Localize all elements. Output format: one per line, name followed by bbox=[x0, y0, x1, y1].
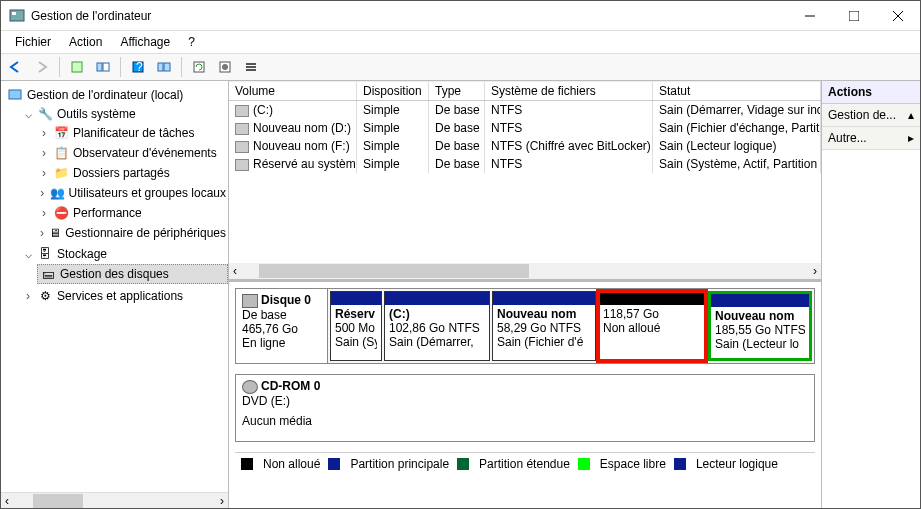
expander-icon[interactable]: ⌵ bbox=[23, 247, 33, 261]
tree-scrollbar[interactable]: ‹› bbox=[1, 492, 228, 508]
tree-item[interactable]: ›🖥Gestionnaire de périphériques bbox=[37, 224, 228, 242]
properties-button[interactable] bbox=[153, 56, 175, 78]
expander-icon[interactable]: › bbox=[39, 146, 49, 160]
menu-view[interactable]: Affichage bbox=[112, 33, 178, 51]
title-bar: Gestion de l'ordinateur bbox=[1, 1, 920, 31]
tree-services[interactable]: › ⚙ Services et applications bbox=[21, 287, 228, 305]
tree-storage[interactable]: ⌵ 🗄 Stockage bbox=[21, 245, 228, 263]
col-layout[interactable]: Disposition bbox=[357, 81, 429, 100]
maximize-button[interactable] bbox=[832, 1, 876, 31]
expander-icon[interactable]: › bbox=[39, 226, 45, 240]
svg-rect-0 bbox=[10, 10, 24, 21]
tree-item-label: Planificateur de tâches bbox=[73, 126, 194, 140]
tree-item-icon: 🖥 bbox=[49, 225, 61, 241]
tree-item[interactable]: ›⛔Performance bbox=[37, 204, 228, 222]
col-status[interactable]: Statut bbox=[653, 81, 821, 100]
col-type[interactable]: Type bbox=[429, 81, 485, 100]
partition-cap bbox=[493, 292, 595, 305]
show-hide-tree-button[interactable] bbox=[92, 56, 114, 78]
drive-icon bbox=[235, 159, 249, 171]
volume-row[interactable]: Réservé au systèmeSimpleDe baseNTFSSain … bbox=[229, 155, 821, 173]
main-area: Gestion de l'ordinateur (local) ⌵ 🔧 Outi… bbox=[1, 81, 920, 508]
actions-header: Actions bbox=[822, 81, 920, 104]
expander-icon[interactable]: › bbox=[39, 166, 49, 180]
tools-icon: 🔧 bbox=[37, 106, 53, 122]
svg-rect-17 bbox=[246, 66, 256, 68]
tree-root-label: Gestion de l'ordinateur (local) bbox=[27, 88, 183, 102]
partition[interactable]: (C:)102,86 Go NTFSSain (Démarrer, bbox=[384, 291, 490, 361]
tree-item-icon: ⛔ bbox=[53, 205, 69, 221]
disk-graphical-view: Disque 0 De base 465,76 Go En ligne Rése… bbox=[229, 279, 821, 508]
expander-icon[interactable]: › bbox=[39, 126, 49, 140]
refresh-button[interactable] bbox=[188, 56, 210, 78]
tree-item-label: Observateur d'événements bbox=[73, 146, 217, 160]
svg-text:?: ? bbox=[136, 60, 143, 74]
help-button[interactable]: ? bbox=[127, 56, 149, 78]
storage-icon: 🗄 bbox=[37, 246, 53, 262]
cdrom-row[interactable]: CD-ROM 0 DVD (E:) Aucun média bbox=[235, 374, 815, 442]
legend-swatch-unallocated bbox=[241, 458, 253, 470]
actions-item-1[interactable]: Gestion de...▴ bbox=[822, 104, 920, 127]
cdrom-icon bbox=[242, 380, 258, 394]
svg-point-15 bbox=[222, 64, 228, 70]
volume-row[interactable]: Nouveau nom (F:)SimpleDe baseNTFS (Chiff… bbox=[229, 137, 821, 155]
minimize-button[interactable] bbox=[788, 1, 832, 31]
cdrom-type: DVD (E:) bbox=[242, 394, 808, 408]
disk-0-row[interactable]: Disque 0 De base 465,76 Go En ligne Rése… bbox=[235, 288, 815, 364]
app-icon bbox=[9, 8, 25, 24]
forward-button[interactable] bbox=[31, 56, 53, 78]
disk-0-size: 465,76 Go bbox=[242, 322, 321, 336]
volume-row[interactable]: Nouveau nom (D:)SimpleDe baseNTFSSain (F… bbox=[229, 119, 821, 137]
list-button[interactable] bbox=[240, 56, 262, 78]
disk-0-type: De base bbox=[242, 308, 321, 322]
svg-rect-1 bbox=[12, 12, 16, 15]
expander-icon[interactable]: › bbox=[39, 186, 46, 200]
volumes-scrollbar[interactable]: ‹› bbox=[229, 263, 821, 279]
partition[interactable]: Réserv500 MoSain (Sy bbox=[330, 291, 382, 361]
actions-item-2[interactable]: Autre...▸ bbox=[822, 127, 920, 150]
svg-rect-3 bbox=[849, 11, 859, 21]
partition[interactable]: Nouveau nom58,29 Go NTFSSain (Fichier d'… bbox=[492, 291, 596, 361]
tree-item-icon: 📋 bbox=[53, 145, 69, 161]
tree-item-label: Utilisateurs et groupes locaux bbox=[69, 186, 226, 200]
tree-sys-label: Outils système bbox=[57, 107, 136, 121]
col-volume[interactable]: Volume bbox=[229, 81, 357, 100]
menu-action[interactable]: Action bbox=[61, 33, 110, 51]
expander-icon[interactable]: › bbox=[23, 289, 33, 303]
legend-swatch-free bbox=[578, 458, 590, 470]
actions-item-1-label: Gestion de... bbox=[828, 108, 896, 122]
volume-list: Volume Disposition Type Système de fichi… bbox=[229, 81, 821, 279]
tree-root[interactable]: Gestion de l'ordinateur (local) bbox=[5, 86, 228, 104]
settings-button[interactable] bbox=[214, 56, 236, 78]
tree-item[interactable]: ›📋Observateur d'événements bbox=[37, 144, 228, 162]
menu-bar: Fichier Action Affichage ? bbox=[1, 31, 920, 53]
svg-rect-7 bbox=[97, 63, 102, 71]
tree-item[interactable]: ›📁Dossiers partagés bbox=[37, 164, 228, 182]
tree-item-icon: 📁 bbox=[53, 165, 69, 181]
col-fs[interactable]: Système de fichiers bbox=[485, 81, 653, 100]
svg-rect-16 bbox=[246, 63, 256, 65]
volume-row[interactable]: (C:)SimpleDe baseNTFSSain (Démarrer, Vid… bbox=[229, 101, 821, 119]
expander-icon[interactable]: › bbox=[39, 206, 49, 220]
partition[interactable]: 118,57 GoNon alloué bbox=[598, 291, 706, 361]
partition-cap bbox=[331, 292, 381, 305]
actions-pane: Actions Gestion de...▴ Autre...▸ bbox=[822, 81, 920, 508]
tree-system-tools[interactable]: ⌵ 🔧 Outils système bbox=[21, 105, 228, 123]
back-button[interactable] bbox=[5, 56, 27, 78]
up-button[interactable] bbox=[66, 56, 88, 78]
menu-help[interactable]: ? bbox=[180, 33, 203, 51]
tree-item[interactable]: ›👥Utilisateurs et groupes locaux bbox=[37, 184, 228, 202]
menu-file[interactable]: Fichier bbox=[7, 33, 59, 51]
computer-icon bbox=[7, 87, 23, 103]
partition[interactable]: Nouveau nom185,55 Go NTFSSain (Lecteur l… bbox=[708, 291, 812, 361]
svg-rect-18 bbox=[246, 69, 256, 71]
disk-0-name: Disque 0 bbox=[261, 293, 311, 307]
expander-icon[interactable]: ⌵ bbox=[23, 107, 33, 121]
tree-item[interactable]: ›📅Planificateur de tâches bbox=[37, 124, 228, 142]
tree-disk-management[interactable]: 🖴 Gestion des disques bbox=[37, 264, 228, 284]
partition-cap bbox=[711, 294, 809, 307]
cdrom-info: CD-ROM 0 DVD (E:) Aucun média bbox=[236, 375, 814, 441]
cdrom-media: Aucun média bbox=[242, 414, 808, 428]
close-button[interactable] bbox=[876, 1, 920, 31]
tree-pane: Gestion de l'ordinateur (local) ⌵ 🔧 Outi… bbox=[1, 81, 229, 508]
